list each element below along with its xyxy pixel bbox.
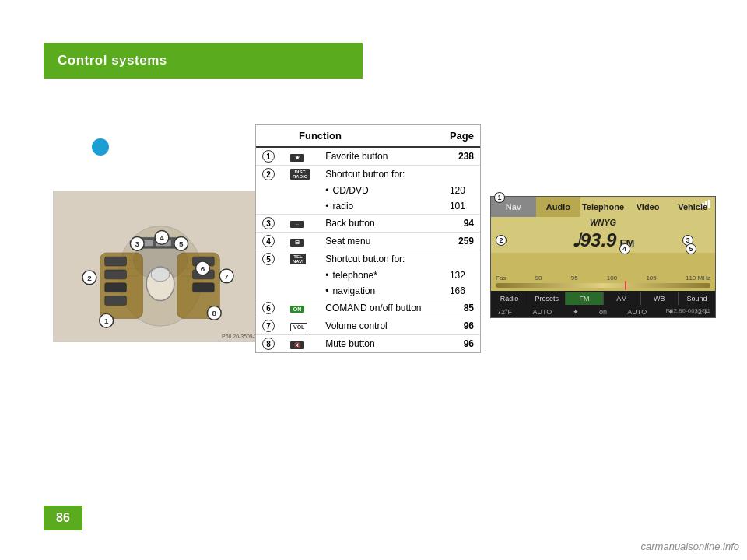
- radio-btn-wb[interactable]: WB: [641, 292, 679, 305]
- svg-rect-19: [193, 283, 215, 292]
- radio-nav-nav[interactable]: 1 Nav: [491, 197, 536, 217]
- radio-frequency: ♩93.9: [572, 229, 617, 251]
- circle-5: 5: [686, 243, 696, 254]
- row-function: •radio: [319, 198, 444, 215]
- radio-tuner-bar: 4 5 Fas 90 95 100 105 110 MHz: [491, 253, 715, 291]
- row-num: 1: [262, 150, 275, 163]
- radio-nav-audio[interactable]: Audio: [536, 197, 581, 217]
- radio-frequency-row: 2 ♩93.9 FM 3: [491, 228, 715, 253]
- svg-rect-15: [105, 283, 127, 292]
- row-function: Mute button: [319, 335, 444, 353]
- table-row: •CD/DVD 120: [256, 183, 480, 198]
- table-row: 5 TELNAVI Shortcut button for:: [256, 250, 480, 268]
- svg-text:4: 4: [160, 233, 164, 242]
- svg-text:6: 6: [201, 264, 205, 273]
- page-title: Control systems: [58, 53, 167, 68]
- row-function: Favorite button: [319, 147, 444, 166]
- table-row: 3 ← Back button 94: [256, 215, 480, 233]
- table-row: 4 ⊟ Seat menu 259: [256, 233, 480, 250]
- row-page: 238: [444, 147, 480, 166]
- row-icon: ★: [290, 154, 304, 162]
- svg-text:8: 8: [212, 309, 217, 317]
- row-page: 94: [444, 215, 480, 233]
- svg-text:2: 2: [87, 274, 92, 282]
- radio-btn-fm[interactable]: FM: [566, 292, 603, 305]
- row-page: 96: [444, 335, 480, 353]
- row-icon: ⊟: [290, 239, 304, 247]
- row-page: [444, 166, 480, 184]
- svg-rect-14: [105, 270, 127, 279]
- nav-label: Video: [637, 202, 660, 212]
- row-function: Back button: [319, 215, 444, 233]
- row-icon: VOL: [290, 323, 307, 331]
- radio-btn-sound[interactable]: Sound: [679, 292, 715, 305]
- status-star: ✦: [573, 308, 579, 316]
- function-table: Function Page 1 ★ Favorite button 238 2 …: [255, 124, 481, 353]
- row-icon: 🔇: [290, 341, 304, 349]
- radio-btn-am[interactable]: AM: [604, 292, 641, 305]
- row-page: 96: [444, 317, 480, 335]
- page-number: 86: [44, 506, 82, 530]
- table-row: 2 DISCRADIO Shortcut button for:: [256, 166, 480, 184]
- radio-nav-vehicle[interactable]: Vehicle: [670, 197, 715, 217]
- svg-text:3: 3: [135, 240, 140, 248]
- row-function: Shortcut button for:: [319, 166, 444, 184]
- radio-btn-presets[interactable]: Presets: [528, 292, 566, 305]
- frequency-scale: Fas 90 95 100 105 110 MHz: [496, 275, 710, 282]
- table-row: 1 ★ Favorite button 238: [256, 147, 480, 166]
- row-icon: TELNAVI: [290, 254, 306, 264]
- row-num: 3: [262, 217, 275, 229]
- radio-btn-radio[interactable]: Radio: [491, 292, 528, 305]
- row-page: [444, 250, 480, 268]
- row-function: Seat menu: [319, 233, 444, 250]
- header-bar: Control systems: [44, 43, 363, 79]
- status-on: on: [599, 308, 607, 316]
- row-page: 132: [444, 268, 480, 283]
- row-function: COMAND on/off button: [319, 299, 444, 317]
- radio-nav-bar: 1 Nav Audio Telephone Video Vehicle: [491, 197, 715, 217]
- table-col-page: Page: [444, 125, 480, 147]
- section-bullet: [92, 138, 109, 156]
- row-icon: ←: [290, 221, 304, 228]
- status-temp-left: 72°F: [497, 308, 512, 316]
- svg-text:7: 7: [224, 272, 229, 281]
- row-page: 166: [444, 283, 480, 299]
- station-name: WNYG: [590, 218, 616, 227]
- tuner-track: [496, 283, 710, 288]
- table-row: 6 ON COMAND on/off button 85: [256, 299, 480, 317]
- radio-station-name: WNYG: [491, 217, 715, 228]
- radio-nav-video[interactable]: Video: [626, 197, 671, 217]
- row-page: 259: [444, 233, 480, 250]
- nav-label: Audio: [546, 202, 570, 212]
- table-row: •navigation 166: [256, 283, 480, 299]
- row-function: •CD/DVD: [319, 183, 444, 198]
- row-num: 4: [262, 235, 275, 247]
- nav-label: Vehicle: [678, 202, 707, 212]
- radio-nav-telephone[interactable]: Telephone: [580, 197, 626, 217]
- row-page: 101: [444, 198, 480, 215]
- table-col-function: Function: [256, 125, 444, 147]
- circle-1: 1: [494, 192, 505, 203]
- circle-2: 2: [496, 235, 507, 246]
- row-num: 8: [262, 338, 275, 350]
- svg-text:5: 5: [179, 240, 184, 248]
- row-num: 5: [262, 253, 275, 265]
- radio-photo-label: P82.86-6633-31: [666, 307, 710, 314]
- table-row: •radio 101: [256, 198, 480, 215]
- row-function: •telephone*: [319, 268, 444, 283]
- nav-label: Nav: [506, 202, 521, 212]
- watermark: carmanualsonline.info: [641, 541, 739, 552]
- row-function: Volume control: [319, 317, 444, 335]
- status-auto: AUTO: [532, 308, 552, 316]
- row-num: 7: [262, 320, 275, 332]
- car-control-image: 1 2 3 4 5 6 7 8 P68 20-3509-31: [53, 191, 267, 342]
- row-page: 120: [444, 183, 480, 198]
- svg-rect-13: [105, 257, 127, 266]
- row-page: 85: [444, 299, 480, 317]
- row-icon: DISCRADIO: [290, 169, 310, 180]
- svg-text:1: 1: [104, 317, 109, 325]
- row-function: •navigation: [319, 283, 444, 299]
- row-num: 2: [262, 168, 275, 180]
- svg-rect-16: [105, 296, 127, 306]
- nav-label: Telephone: [582, 202, 624, 212]
